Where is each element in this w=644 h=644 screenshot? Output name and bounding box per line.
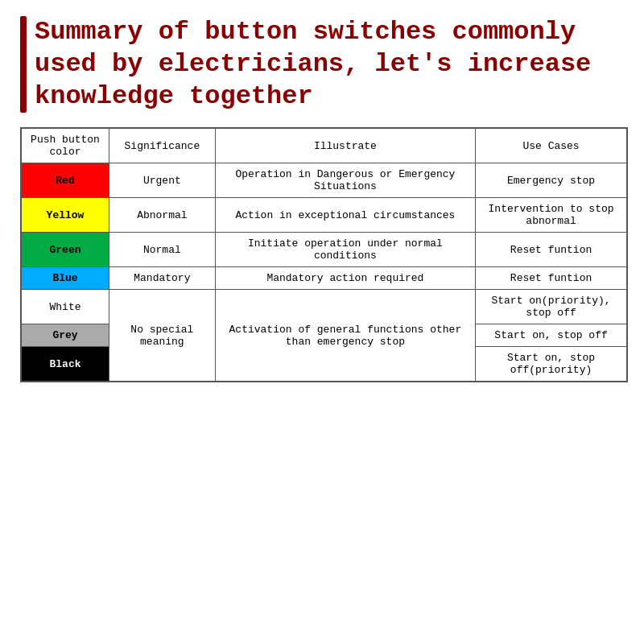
illustrate-normal: Initiate operation under normal conditio… <box>215 233 475 267</box>
usecase-grey: Start on, stop off <box>476 324 627 347</box>
significance-normal: Normal <box>109 233 216 267</box>
illustrate-activation: Activation of general functions other th… <box>215 290 475 382</box>
illustrate-dangerous: Operation in Dangerous or Emergency Situ… <box>215 163 475 198</box>
significance-urgent: Urgent <box>109 163 216 198</box>
title-bar <box>20 16 27 113</box>
page-container: Summary of button switches commonly used… <box>0 0 644 644</box>
table-row-yellow: Yellow Abnormal Action in exceptional ci… <box>22 198 627 233</box>
illustrate-exceptional: Action in exceptional circumstances <box>215 198 475 233</box>
usecase-white: Start on(priority), stop off <box>476 290 627 324</box>
color-cell-black: Black <box>22 347 109 382</box>
table-row-red: Red Urgent Operation in Dangerous or Eme… <box>22 163 627 198</box>
title-section: Summary of button switches commonly used… <box>20 16 624 113</box>
col-header-illustrate: Illustrate <box>215 129 475 163</box>
color-cell-yellow: Yellow <box>22 198 109 233</box>
significance-abnormal: Abnormal <box>109 198 216 233</box>
table-wrapper: Push button color Significance Illustrat… <box>20 127 628 382</box>
usecase-reset-blue: Reset funtion <box>476 267 627 290</box>
button-table: Push button color Significance Illustrat… <box>21 128 627 382</box>
table-row-green: Green Normal Initiate operation under no… <box>22 233 627 267</box>
usecase-black: Start on, stop off(priority) <box>476 347 627 382</box>
page-title: Summary of button switches commonly used… <box>27 16 624 113</box>
col-header-color: Push button color <box>22 129 109 163</box>
table-header-row: Push button color Significance Illustrat… <box>22 129 627 163</box>
col-header-usecases: Use Cases <box>476 129 627 163</box>
col-header-significance: Significance <box>109 129 216 163</box>
color-cell-grey: Grey <box>22 324 109 347</box>
significance-no-special: No special meaning <box>109 290 216 382</box>
color-cell-white: White <box>22 290 109 324</box>
usecase-emergency-stop: Emergency stop <box>476 163 627 198</box>
usecase-intervention: Intervention to stop abnormal <box>476 198 627 233</box>
significance-mandatory: Mandatory <box>109 267 216 290</box>
color-cell-green: Green <box>22 233 109 267</box>
illustrate-mandatory: Mandatory action required <box>215 267 475 290</box>
color-cell-blue: Blue <box>22 267 109 290</box>
table-row-blue: Blue Mandatory Mandatory action required… <box>22 267 627 290</box>
color-cell-red: Red <box>22 163 109 198</box>
table-row-white: White No special meaning Activation of g… <box>22 290 627 324</box>
usecase-reset: Reset funtion <box>476 233 627 267</box>
